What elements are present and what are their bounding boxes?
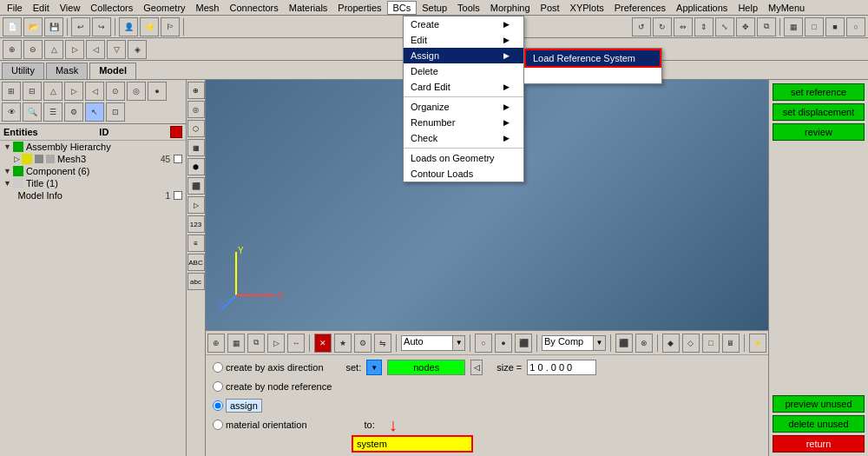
strip-btn2[interactable]: ◎ [187,101,205,118]
tree-title[interactable]: ▼ Title (1) [0,177,186,189]
bt-smalld-btn[interactable]: ◇ [682,334,700,353]
tree-mesh3[interactable]: ▷ Mesh3 45 [10,153,186,165]
menu-mymenu[interactable]: MyMenu [763,2,810,14]
bt-circle-btn[interactable]: ○ [475,334,492,353]
tb-person-btn[interactable]: 👤 [119,17,138,36]
menu-assign[interactable]: Assign ▶ Load Reference System Interface… [404,48,523,63]
tb-flip-btn[interactable]: ⇔ [674,17,693,36]
tb-copy-btn[interactable]: ⧉ [757,17,776,36]
strip-btn4[interactable]: ▦ [187,139,205,156]
tb-new-btn[interactable]: 📄 [3,17,22,36]
menu-preferences[interactable]: Preferences [609,2,671,14]
bt-icon7[interactable]: ★ [334,334,352,353]
menu-geometry[interactable]: Geometry [138,2,190,14]
tb-render-btn[interactable]: ▦ [784,17,803,36]
set-arrow-icon[interactable]: ▼ [366,360,382,375]
tree-component[interactable]: ▼ Component (6) [0,165,186,177]
menu-contour-loads[interactable]: Contour Loads [404,166,523,182]
tb-undo-btn[interactable]: ↩ [71,17,90,36]
tab-utility[interactable]: Utility [2,63,44,79]
lt-btn1[interactable]: ⊞ [2,82,21,101]
bt-icon1[interactable]: ⊕ [207,334,225,353]
bt-monitor-btn[interactable]: 🖥 [722,334,740,353]
lt-btn10[interactable]: 🔍 [23,102,42,122]
tab-mask[interactable]: Mask [46,63,88,79]
bt-icon3[interactable]: ⧉ [247,334,265,353]
menu-delete[interactable]: Delete [404,63,523,79]
menu-tools[interactable]: Tools [452,2,485,14]
tb-star-btn[interactable]: ⭐ [140,17,159,36]
tb-rotate-left-btn[interactable]: ↺ [632,17,651,36]
tree-modelinfo[interactable]: Model Info 1 [10,189,186,202]
tb-flag-btn[interactable]: 🏳 [161,17,180,36]
review-btn[interactable]: review [773,123,865,141]
system-field[interactable]: system [352,435,473,453]
menu-applications[interactable]: Applications [671,2,733,14]
nodes-field[interactable]: nodes [387,360,465,375]
menu-morphing[interactable]: Morphing [485,2,536,14]
bycomp-combo[interactable]: By Comp ▼ [542,335,606,351]
bt-yellow-star-btn[interactable]: ★ [749,334,766,353]
lt-btn6[interactable]: ⊙ [106,82,125,101]
tb2-btn1[interactable]: ⊕ [3,40,22,59]
menu-card-edit[interactable]: Card Edit ▶ [404,79,523,95]
option3-radio[interactable] [213,400,223,411]
lt-btn12[interactable]: ⚙ [64,102,83,122]
menu-view[interactable]: View [55,2,86,14]
tb-save-btn[interactable]: 💾 [44,17,63,36]
menu-edit[interactable]: Edit ▶ [404,32,523,48]
menu-bcs[interactable]: BCs [387,1,418,15]
auto-combo[interactable]: Auto ▼ [401,335,465,351]
set-reference-btn[interactable]: set reference [773,83,865,101]
lt-btn14[interactable]: ⊡ [106,102,125,122]
tree-assembly[interactable]: ▼ Assembly Hierarchy [0,141,186,153]
tb-rotate-right-btn[interactable]: ↻ [653,17,672,36]
bycomp-arrow-icon[interactable]: ▼ [594,335,606,351]
strip-btn8[interactable]: 123 [187,215,205,233]
bt-icon2[interactable]: ▦ [227,334,245,353]
lt-btn3[interactable]: △ [43,82,62,101]
strip-btn9[interactable]: ≡ [187,235,205,252]
strip-btn10[interactable]: ABC [187,254,205,271]
set-end-btn[interactable]: ◁ [470,360,483,375]
lt-cursor-btn[interactable]: ↖ [85,102,104,122]
lt-btn7[interactable]: ◎ [127,82,146,101]
preview-unused-btn[interactable]: preview unused [773,395,865,413]
tb-hide-btn[interactable]: ○ [846,17,865,36]
menu-check[interactable]: Check ▶ [404,130,523,146]
tb-wire-btn[interactable]: □ [805,17,824,36]
option1-radio[interactable] [213,362,223,373]
menu-mesh[interactable]: Mesh [191,2,225,14]
tb-open-btn[interactable]: 📂 [23,17,43,36]
menu-connectors[interactable]: Connectors [224,2,283,14]
lt-btn8[interactable]: ● [148,82,167,101]
menu-organize[interactable]: Organize ▶ [404,99,523,115]
set-displacement-btn[interactable]: set displacement [773,103,865,121]
modelinfo-checkbox[interactable] [174,191,182,200]
bt-icon9[interactable]: ⇋ [374,334,391,353]
tab-model[interactable]: Model [89,63,136,79]
bt-square-btn[interactable]: □ [702,334,720,353]
strip-btn3[interactable]: ⬡ [187,120,205,137]
strip-btn5[interactable]: ⬢ [187,158,205,175]
bt-icon-x[interactable]: ⊗ [635,334,653,353]
tb-mirror-btn[interactable]: ⇕ [694,17,713,36]
bt-diamond-btn[interactable]: ◆ [662,334,680,353]
tb2-btn2[interactable]: ⊖ [23,40,43,59]
menu-loads-on-geometry[interactable]: Loads on Geometry [404,150,523,166]
option4-radio[interactable] [213,420,223,430]
strip-btn7[interactable]: ▷ [187,196,205,214]
mesh-checkbox[interactable] [174,155,182,163]
bt-cube2-btn[interactable]: ⬛ [615,334,633,353]
strip-btn6[interactable]: ⬛ [187,177,205,195]
lt-btn4[interactable]: ▷ [64,82,83,101]
tb-shade-btn[interactable]: ■ [825,17,845,36]
bt-icon8[interactable]: ⚙ [354,334,372,353]
tb2-btn3[interactable]: △ [44,40,63,59]
menu-setup[interactable]: Setup [417,2,452,14]
strip-btn11[interactable]: abc [187,273,205,290]
submenu-interface-entities[interactable]: Interface Entities [524,68,661,83]
menu-properties[interactable]: Properties [332,2,386,14]
lt-btn5[interactable]: ◁ [85,82,104,101]
tb-redo-btn[interactable]: ↪ [92,17,111,36]
